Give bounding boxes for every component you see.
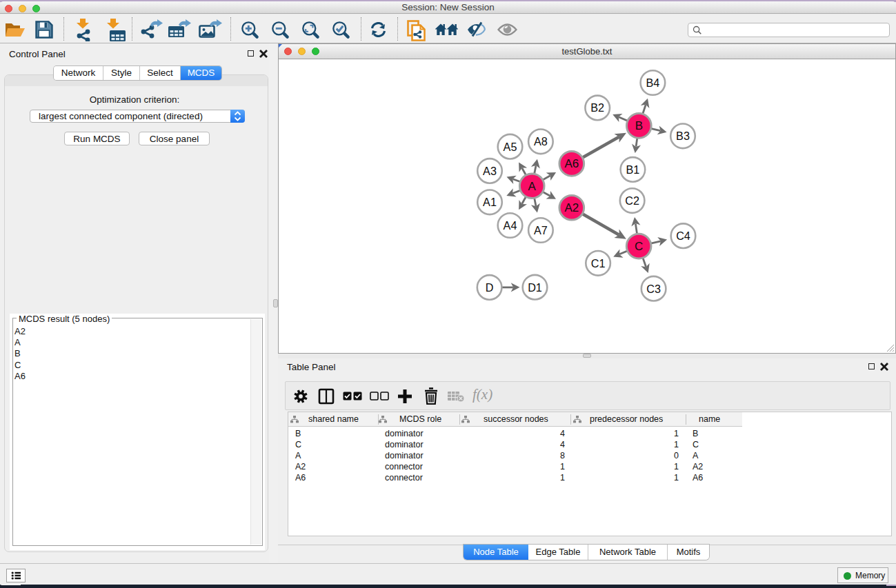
svg-text:A8: A8 [534,135,548,148]
svg-text:C2: C2 [625,194,639,207]
svg-text:A2: A2 [564,201,579,214]
svg-text:A6: A6 [564,157,579,170]
svg-text:A1: A1 [483,196,497,208]
svg-text:A3: A3 [483,165,497,177]
svg-text:B3: B3 [676,130,690,142]
svg-text:A: A [528,180,537,193]
svg-text:B1: B1 [626,163,639,176]
svg-text:D: D [486,281,494,294]
svg-text:B4: B4 [646,77,659,89]
svg-text:C: C [635,240,643,253]
svg-text:A5: A5 [504,141,517,153]
svg-text:C1: C1 [591,257,606,270]
svg-text:A7: A7 [534,224,548,236]
svg-text:A4: A4 [504,219,517,232]
svg-text:B: B [635,119,643,132]
svg-text:C3: C3 [646,283,661,295]
svg-text:C4: C4 [676,230,690,242]
svg-text:D1: D1 [528,281,542,294]
svg-text:B2: B2 [590,101,604,114]
